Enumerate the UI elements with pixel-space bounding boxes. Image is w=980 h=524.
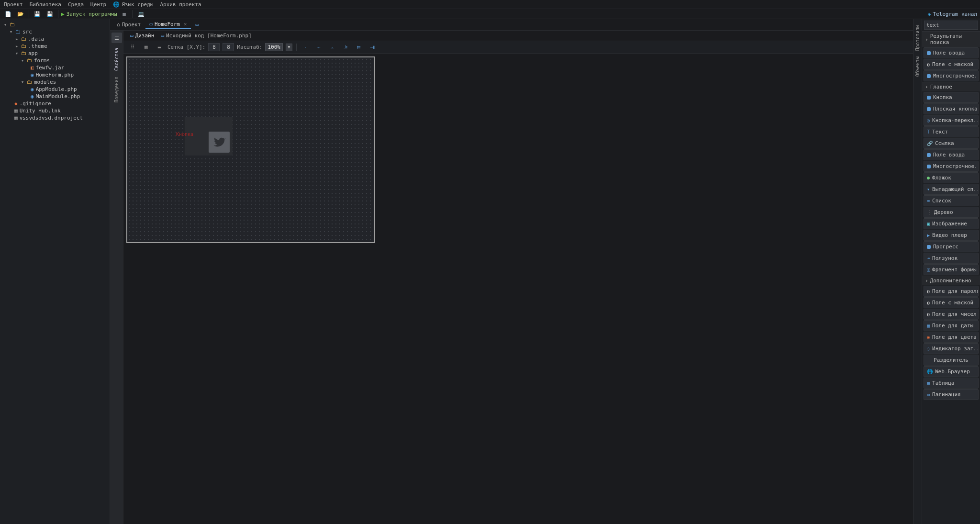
proto-form-fragment[interactable]: ◫Фрагмент формы [924, 264, 979, 275]
tree-item-fewfw[interactable]: ◧fewfw.jar [0, 64, 110, 71]
run-program-button[interactable]: ▶Запуск программы [61, 11, 117, 17]
tab-homeform[interactable]: ▭HomeForm× [145, 20, 190, 29]
tree-item-app[interactable]: ▾🗀app [0, 50, 110, 57]
php-file-icon: ◉ [31, 86, 34, 92]
align-bottom-button[interactable]: ⫡ [341, 43, 351, 52]
align-center-v-button[interactable]: ⫣ [368, 43, 378, 52]
proto-text[interactable]: TТекст [924, 126, 979, 137]
menu-center[interactable]: Центр [90, 1, 106, 8]
image-icon: ▣ [927, 221, 930, 226]
tab-extra[interactable]: ▭ [192, 21, 203, 29]
proto-button[interactable]: Кнопка [924, 92, 979, 103]
proto-pagination[interactable]: ▭Пагинация [924, 389, 979, 400]
subtab-design[interactable]: ▭Дизайн [127, 32, 157, 40]
proto-multiline-2[interactable]: Многострочное... [924, 161, 979, 172]
side-tab-behavior[interactable]: Поведения [114, 74, 119, 105]
side-tab-properties[interactable]: Свойства [114, 45, 119, 74]
proto-slider[interactable]: ⊸Ползунок [924, 253, 979, 264]
proto-progress[interactable]: Прогресс [924, 241, 979, 252]
zoom-dropdown[interactable]: ▼ [286, 44, 292, 51]
proto-multiline[interactable]: Многострочное... [924, 70, 979, 81]
date-icon: ▦ [927, 323, 930, 328]
proto-password[interactable]: ◐Поле для пароля [924, 286, 979, 297]
save-all-button[interactable]: 💾 [45, 10, 55, 18]
proto-link[interactable]: 🔗Ссылка [924, 138, 979, 149]
zoom-value[interactable]: 100% [265, 43, 283, 51]
table-icon: ▦ [927, 380, 930, 386]
proto-input-field-2[interactable]: Поле ввода [924, 149, 979, 160]
menu-lang[interactable]: 🌐Язык среды [113, 1, 153, 8]
tree-item-root[interactable]: ▾🗀 [0, 21, 110, 28]
proto-masked-field[interactable]: ◐Поле с маской [924, 59, 979, 70]
php-file-icon: ◉ [31, 93, 34, 100]
group-main[interactable]: ›Главное [922, 82, 980, 91]
proto-number[interactable]: ◐Поле для чисел [924, 309, 979, 320]
telegram-link[interactable]: ◈Telegram канал [928, 11, 977, 17]
snap-solid-button[interactable]: ▬ [154, 43, 165, 52]
proto-table[interactable]: ▦Таблица [924, 378, 979, 389]
proto-list[interactable]: ≡Список [924, 195, 979, 206]
designer-subtabs: ▭Дизайн ▭Исходный код [HomeForm.php] [123, 31, 913, 41]
console-button[interactable]: 💻 [136, 10, 146, 18]
stop-button[interactable]: ■ [119, 10, 130, 18]
tree-item-homeform-php[interactable]: ◉HomeForm.php [0, 71, 110, 78]
globe-icon: 🌐 [113, 1, 120, 8]
tree-item-mainmodule[interactable]: ◉MainModule.php [0, 93, 110, 100]
tree-item-data[interactable]: ▸🗀.data [0, 35, 110, 43]
proto-date[interactable]: ▦Поле для даты [924, 320, 979, 331]
design-icon: ▭ [130, 33, 134, 39]
grid-x-input[interactable] [208, 43, 220, 51]
proto-webbrowser[interactable]: 🌐Web-Браузер [924, 366, 979, 377]
snap-grid-button[interactable]: ▦ [141, 43, 151, 52]
proto-masked-2[interactable]: ◐Поле с маской [924, 297, 979, 308]
side-tab-panel-button[interactable]: ☰ [111, 33, 122, 43]
proto-tree[interactable]: ⋮Дерево [924, 207, 979, 218]
rail-tab-objects[interactable]: Объекты [915, 54, 920, 79]
close-tab-icon[interactable]: × [184, 21, 187, 27]
align-right-button[interactable]: ⫟ [314, 43, 324, 52]
snap-dots-button[interactable]: ⠿ [127, 43, 138, 52]
menu-project[interactable]: Проект [4, 1, 23, 8]
form-canvas[interactable]: Кнопка [126, 56, 375, 243]
tree-item-dnproject[interactable]: ▦vssvdsdvsd.dnproject [0, 114, 110, 122]
proto-dropdown[interactable]: ▾Выпадающий сп... [924, 184, 979, 195]
tab-project[interactable]: ⌂Проект [113, 21, 145, 29]
open-folder-button[interactable]: 📂 [15, 10, 26, 18]
tree-item-modules[interactable]: ▾🗀modules [0, 78, 110, 86]
proto-flat-button[interactable]: Плоская кнопка [924, 103, 979, 114]
group-extra[interactable]: ›Дополнительно [922, 276, 980, 285]
tree-item-gitignore[interactable]: ◆.gitignore [0, 100, 110, 107]
proto-toggle-button[interactable]: ◎Кнопка-перекл... [924, 115, 979, 126]
align-left-button[interactable]: ⫞ [301, 43, 311, 52]
menu-archive[interactable]: Архив проекта [160, 1, 201, 8]
new-project-button[interactable]: 📄 [3, 10, 13, 18]
save-button[interactable]: 💾 [32, 10, 43, 18]
align-center-h-button[interactable]: ⫢ [354, 43, 365, 52]
subtab-source[interactable]: ▭Исходный код [HomeForm.php] [158, 32, 254, 40]
proto-color[interactable]: ◉Поле для цвета [924, 332, 979, 343]
proto-image[interactable]: ▣Изображение [924, 218, 979, 229]
tree-item-src[interactable]: ▾🗀src [0, 28, 110, 35]
align-top-button[interactable]: ⫠ [327, 43, 338, 52]
menu-env[interactable]: Среда [68, 1, 84, 8]
prototype-search-input[interactable] [924, 21, 978, 30]
widget-button[interactable]: Кнопка [185, 117, 233, 156]
tree-item-theme[interactable]: ▸🗀.theme [0, 43, 110, 50]
tree-item-appmodule[interactable]: ◉AppModule.php [0, 86, 110, 93]
group-results[interactable]: ›Результаты поиска [922, 31, 980, 47]
design-canvas-viewport[interactable]: Кнопка [123, 54, 913, 524]
grid-y-input[interactable] [223, 43, 234, 51]
tree-item-forms[interactable]: ▾🗀forms [0, 57, 110, 64]
telegram-icon: ◈ [928, 11, 931, 17]
proto-input-field[interactable]: Поле ввода [924, 47, 979, 58]
menu-library[interactable]: Библиотека [30, 1, 61, 8]
proto-loader[interactable]: ◌Индикатор заг... [924, 343, 979, 354]
proto-checkbox[interactable]: ●Флажок [924, 172, 979, 183]
rail-tab-prototypes[interactable]: Прототипы [915, 22, 920, 54]
text-icon: T [927, 129, 930, 134]
proto-video[interactable]: ▶Видео плеер [924, 230, 979, 241]
right-rail: Прототипы Объекты [913, 19, 922, 524]
tree-item-unityhub[interactable]: ▦Unity Hub.lnk [0, 107, 110, 114]
proto-separator[interactable]: Разделитель [924, 355, 979, 366]
chevron-right-icon: › [925, 36, 928, 43]
